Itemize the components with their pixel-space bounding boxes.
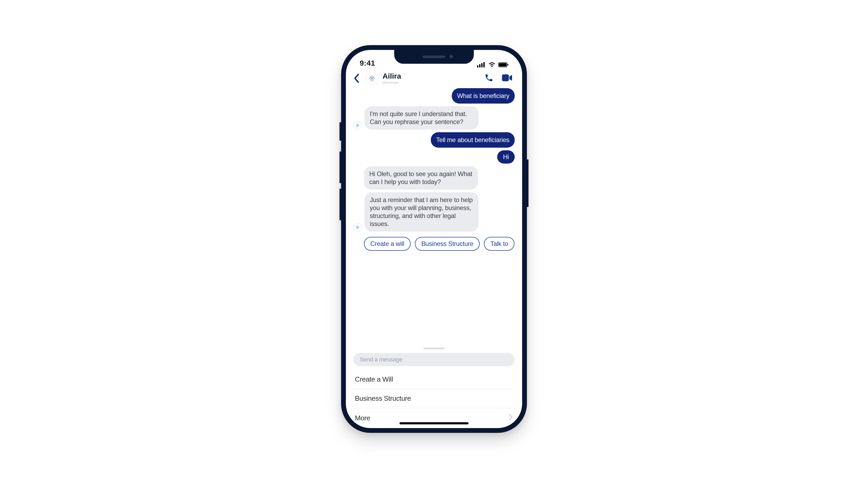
side-button [527, 159, 528, 207]
chat-subtitle: Messenger [382, 81, 401, 84]
menu-item-label: Create a Will [355, 375, 393, 384]
message-input[interactable] [359, 356, 509, 363]
message-received: Just a reminder that I am here to help y… [365, 192, 478, 232]
chat-header: Ailira Messenger [346, 68, 522, 87]
menu-item-label: Business Structure [355, 394, 411, 402]
message-sent: Hi [497, 150, 515, 163]
scales-icon [355, 123, 360, 127]
svg-rect-3 [484, 62, 485, 67]
menu-item-label: More [355, 414, 508, 422]
call-button[interactable] [482, 72, 496, 85]
signal-icon [477, 62, 486, 67]
phone-frame: 9:41 [341, 45, 527, 433]
chat-area[interactable]: What is beneficiary I'm not quite sure I… [346, 87, 522, 342]
message-row-received: Hi Oleh, good to see you again! What can… [353, 166, 515, 189]
message-received: Hi Oleh, good to see you again! What can… [364, 166, 478, 189]
message-sent: What is beneficiary [452, 88, 515, 103]
video-button[interactable] [500, 72, 515, 85]
home-indicator[interactable] [400, 422, 468, 424]
side-button [340, 151, 341, 183]
scales-icon [355, 225, 360, 230]
bot-avatar [353, 223, 362, 232]
svg-rect-2 [481, 63, 483, 67]
camera-dot [450, 55, 453, 58]
message-received: I'm not quite sure I understand that. Ca… [365, 106, 478, 129]
composer[interactable] [353, 353, 515, 366]
status-time: 9:41 [358, 59, 375, 67]
side-button [340, 188, 341, 220]
chip-create-will[interactable]: Create a will [364, 237, 411, 251]
quick-reply-chips: Create a will Business Structure Talk to [353, 234, 515, 252]
title-block: Ailira Messenger [382, 72, 401, 84]
video-icon [502, 74, 513, 82]
message-row-sent: What is beneficiary [353, 88, 515, 103]
side-button [340, 122, 341, 141]
scales-icon [368, 75, 375, 82]
menu-item-business-structure[interactable]: Business Structure [353, 389, 515, 408]
svg-rect-7 [502, 74, 509, 81]
back-button[interactable] [352, 73, 361, 83]
phone-icon [485, 73, 493, 82]
menu-item-more[interactable]: More [353, 408, 515, 428]
chat-title: Ailira [382, 72, 401, 80]
message-row-received: I'm not quite sure I understand that. Ca… [353, 106, 515, 129]
message-row-sent: Tell me about beneficiaries Hi [353, 132, 515, 163]
wifi-icon [488, 62, 496, 67]
screen: 9:41 [346, 50, 522, 428]
status-icons [477, 62, 510, 67]
svg-rect-0 [477, 65, 478, 67]
chevron-left-icon [353, 74, 360, 83]
speaker [423, 56, 445, 58]
battery-icon [498, 62, 509, 67]
drag-handle[interactable] [423, 348, 445, 349]
bot-avatar [353, 121, 362, 129]
chevron-right-icon [508, 414, 513, 423]
composer-area [346, 342, 522, 366]
stage: 9:41 [0, 0, 868, 478]
svg-rect-5 [499, 63, 506, 66]
avatar[interactable] [366, 72, 378, 85]
menu-item-create-will[interactable]: Create a Will [353, 370, 515, 389]
chip-talk-to[interactable]: Talk to [484, 237, 515, 251]
notch [394, 50, 474, 64]
svg-rect-6 [507, 64, 508, 66]
chip-business-structure[interactable]: Business Structure [415, 237, 479, 251]
message-row-received: Just a reminder that I am here to help y… [353, 192, 515, 232]
message-sent: Tell me about beneficiaries [431, 132, 515, 148]
svg-rect-1 [479, 64, 480, 67]
action-menu: Create a Will Business Structure More [346, 366, 522, 428]
